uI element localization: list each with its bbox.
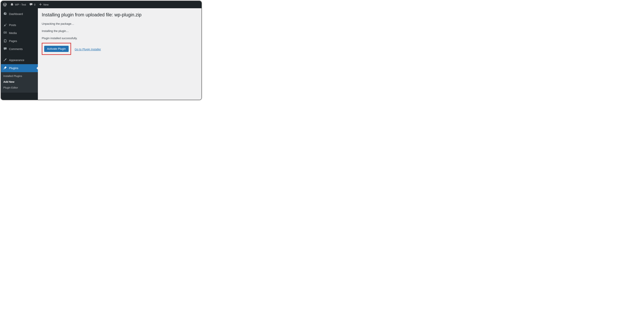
go-to-installer-link[interactable]: Go to Plugin Installer: [75, 48, 101, 51]
highlight-annotation: Activate Plugin: [42, 43, 71, 55]
site-link[interactable]: WP - Test: [10, 3, 27, 7]
wordpress-logo-icon: [3, 3, 7, 7]
comments-icon: [3, 47, 7, 51]
dashboard-icon: [3, 12, 7, 16]
plugins-submenu: Installed Plugins Add New Plugin Editor: [1, 72, 38, 93]
site-name-label: WP - Test: [15, 3, 26, 6]
comment-icon: [29, 3, 33, 7]
home-icon: [10, 3, 14, 7]
comments-link[interactable]: 0: [28, 3, 36, 7]
sidebar-item-posts[interactable]: Posts: [1, 21, 38, 29]
plugin-icon: [3, 66, 7, 70]
activate-plugin-button[interactable]: Activate Plugin: [44, 46, 69, 52]
new-label: New: [44, 3, 48, 6]
admin-sidebar: Dashboard Posts Media Pages Comments App…: [1, 8, 38, 100]
wp-logo-menu[interactable]: [2, 3, 8, 7]
sidebar-item-plugins[interactable]: Plugins: [1, 64, 38, 72]
status-installing: Installing the plugin…: [42, 29, 198, 33]
sidebar-item-comments[interactable]: Comments: [1, 45, 38, 53]
media-label: Media: [9, 32, 17, 35]
comments-label: Comments: [9, 48, 23, 51]
submenu-add-new[interactable]: Add New: [1, 79, 38, 85]
sidebar-item-media[interactable]: Media: [1, 29, 38, 37]
actions-row: Activate Plugin Go to Plugin Installer: [42, 44, 198, 55]
posts-label: Posts: [9, 24, 16, 27]
media-icon: [3, 31, 7, 35]
submenu-plugin-editor[interactable]: Plugin Editor: [1, 85, 38, 91]
admin-toolbar: WP - Test 0 New: [1, 1, 202, 8]
main-content: Installing plugin from uploaded file: wp…: [38, 8, 202, 100]
plus-icon: [39, 3, 42, 7]
pages-icon: [3, 39, 7, 43]
app-frame: WP - Test 0 New Dashboard Posts: [1, 1, 202, 100]
plugins-label: Plugins: [9, 67, 18, 70]
appearance-label: Appearance: [9, 59, 24, 62]
body-wrap: Dashboard Posts Media Pages Comments App…: [1, 8, 202, 100]
sidebar-item-pages[interactable]: Pages: [1, 37, 38, 45]
page-heading: Installing plugin from uploaded file: wp…: [42, 12, 198, 18]
comment-count: 0: [34, 3, 36, 6]
status-success: Plugin installed successfully.: [42, 37, 198, 40]
pages-label: Pages: [9, 40, 17, 43]
pin-icon: [3, 23, 7, 27]
sidebar-item-dashboard[interactable]: Dashboard: [1, 10, 38, 18]
sidebar-item-appearance[interactable]: Appearance: [1, 56, 38, 64]
brush-icon: [3, 58, 7, 62]
status-unpacking: Unpacking the package…: [42, 22, 198, 26]
dashboard-label: Dashboard: [9, 12, 23, 16]
submenu-installed-plugins[interactable]: Installed Plugins: [1, 73, 38, 79]
new-content-link[interactable]: New: [38, 3, 49, 7]
